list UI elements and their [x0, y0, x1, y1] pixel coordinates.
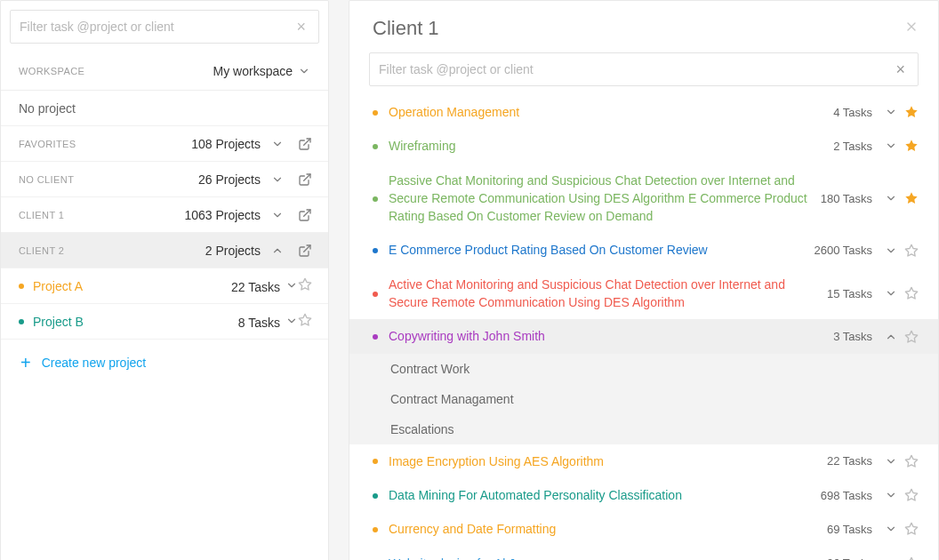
favorite-star-icon[interactable] [904, 488, 919, 502]
close-icon[interactable] [904, 20, 919, 38]
sidebar-groups: FAVORITES108 ProjectsNO CLIENT26 Project… [1, 125, 328, 339]
chevron-down-icon[interactable] [285, 279, 298, 292]
project-name: Active Chat Monitoring and Suspicious Ch… [389, 276, 816, 312]
project-row[interactable]: Copywriting with John Smith3 Tasks [349, 319, 938, 353]
sidebar-group-no-client[interactable]: NO CLIENT26 Projects [1, 161, 328, 196]
project-name: Website design for Al Jorgensen [389, 555, 816, 560]
favorite-star-icon[interactable] [904, 139, 919, 153]
project-row[interactable]: Image Encryption Using AES Algorithm22 T… [349, 444, 938, 478]
favorite-star-icon[interactable] [904, 522, 919, 536]
color-dot-icon [373, 248, 378, 253]
favorite-star-icon[interactable] [904, 105, 919, 119]
color-dot-icon [373, 196, 378, 202]
project-name: Wireframing [389, 137, 823, 155]
group-label: NO CLIENT [19, 174, 74, 185]
sidebar-group-favorites[interactable]: FAVORITES108 Projects [1, 125, 328, 161]
no-project-label: No project [19, 101, 76, 116]
modal-search-input[interactable] [379, 62, 892, 76]
svg-marker-15 [905, 489, 917, 500]
subtask-row[interactable]: Escalations [349, 414, 938, 444]
subtask-row[interactable]: Contract Work [349, 354, 938, 384]
favorite-star-icon[interactable] [904, 286, 919, 300]
color-dot-icon [373, 334, 378, 340]
open-external-icon[interactable] [298, 137, 312, 151]
project-row[interactable]: E Commerce Product Rating Based On Custo… [349, 233, 938, 267]
project-row[interactable]: Currency and Date Formatting69 Tasks [349, 512, 938, 546]
svg-marker-12 [905, 287, 917, 299]
group-count: 1063 Projects [184, 208, 261, 222]
sidebar-search-input[interactable] [20, 20, 293, 34]
workspace-selector[interactable]: WORKSPACE My workspace [1, 52, 328, 90]
project-task-count: 69 Tasks [827, 523, 872, 536]
no-project-row[interactable]: No project [1, 90, 328, 125]
project-row[interactable]: Operation Management4 Tasks [349, 95, 938, 129]
open-external-icon[interactable] [298, 244, 312, 258]
project-task-count: 15 Tasks [827, 287, 872, 300]
project-list: Operation Management4 TasksWireframing2 … [349, 95, 938, 560]
favorite-star-icon[interactable] [904, 454, 919, 468]
chevron-down-icon[interactable] [885, 244, 897, 257]
open-external-icon[interactable] [298, 208, 312, 222]
chevron-down-icon[interactable] [271, 173, 284, 186]
chevron-down-icon[interactable] [271, 209, 284, 221]
project-name: Data Mining For Automated Personality Cl… [389, 486, 810, 504]
project-task-count: 4 Tasks [833, 106, 872, 119]
client-modal: Client 1 × Operation Management4 TasksWi… [349, 0, 939, 560]
favorite-star-icon[interactable] [298, 277, 312, 292]
chevron-down-icon[interactable] [285, 315, 298, 327]
chevron-down-icon[interactable] [885, 287, 897, 300]
chevron-down-icon[interactable] [885, 455, 897, 468]
create-project-button[interactable]: + Create new project [1, 339, 328, 388]
favorite-star-icon[interactable] [904, 556, 919, 560]
project-task-count: 22 Tasks [231, 280, 280, 294]
project-task-count: 22 Tasks [827, 454, 872, 468]
chevron-down-icon[interactable] [885, 192, 897, 204]
color-dot-icon [373, 144, 378, 149]
project-name: Project B [33, 315, 84, 329]
color-dot-icon [373, 493, 378, 499]
project-name: Operation Management [389, 103, 823, 121]
project-task-count: 3 Tasks [833, 330, 872, 343]
modal-search[interactable]: × [369, 52, 919, 86]
color-dot-icon [373, 527, 378, 532]
color-dot-icon [19, 284, 24, 289]
sidebar-search[interactable]: × [10, 10, 319, 44]
chevron-down-icon[interactable] [885, 489, 897, 501]
svg-marker-16 [905, 524, 917, 535]
group-count: 108 Projects [191, 137, 261, 151]
clear-icon[interactable]: × [293, 19, 309, 35]
group-count: 26 Projects [198, 172, 261, 187]
project-row[interactable]: Wireframing2 Tasks [349, 129, 938, 163]
chevron-up-icon[interactable] [271, 244, 284, 257]
sidebar: × WORKSPACE My workspace No project FAVO… [0, 0, 329, 560]
project-row[interactable]: Data Mining For Automated Personality Cl… [349, 478, 938, 512]
chevron-up-icon[interactable] [885, 331, 897, 343]
group-label: CLIENT 2 [19, 245, 64, 256]
clear-icon[interactable]: × [892, 61, 909, 77]
open-external-icon[interactable] [298, 172, 312, 187]
favorite-star-icon[interactable] [904, 191, 919, 205]
workspace-value[interactable]: My workspace [213, 64, 310, 78]
workspace-value-text: My workspace [213, 64, 293, 78]
chevron-down-icon[interactable] [271, 138, 284, 150]
subtask-list: Contract WorkContract ManagamentEscalati… [349, 354, 938, 444]
project-row[interactable]: Active Chat Monitoring and Suspicious Ch… [349, 268, 938, 320]
sidebar-group-client-2[interactable]: CLIENT 22 Projects [1, 232, 328, 268]
project-task-count: 698 Tasks [821, 489, 872, 502]
chevron-down-icon[interactable] [885, 140, 897, 152]
favorite-star-icon[interactable] [298, 313, 312, 327]
favorite-star-icon[interactable] [904, 330, 919, 344]
chevron-down-icon[interactable] [885, 523, 897, 535]
project-task-count: 180 Tasks [821, 192, 872, 205]
project-name: Passive Chat Monitoring and Suspicious C… [389, 172, 810, 226]
project-row[interactable]: Passive Chat Monitoring and Suspicious C… [349, 164, 938, 234]
sidebar-project-row[interactable]: Project B8 Tasks [1, 303, 328, 339]
project-row[interactable]: Website design for Al Jorgensen96 Tasks [349, 547, 938, 560]
favorite-star-icon[interactable] [904, 244, 919, 258]
subtask-row[interactable]: Contract Managament [349, 384, 938, 414]
svg-line-0 [304, 139, 310, 145]
color-dot-icon [373, 110, 378, 116]
sidebar-group-client-1[interactable]: CLIENT 11063 Projects [1, 196, 328, 232]
sidebar-project-row[interactable]: Project A22 Tasks [1, 268, 328, 303]
chevron-down-icon[interactable] [885, 106, 897, 118]
